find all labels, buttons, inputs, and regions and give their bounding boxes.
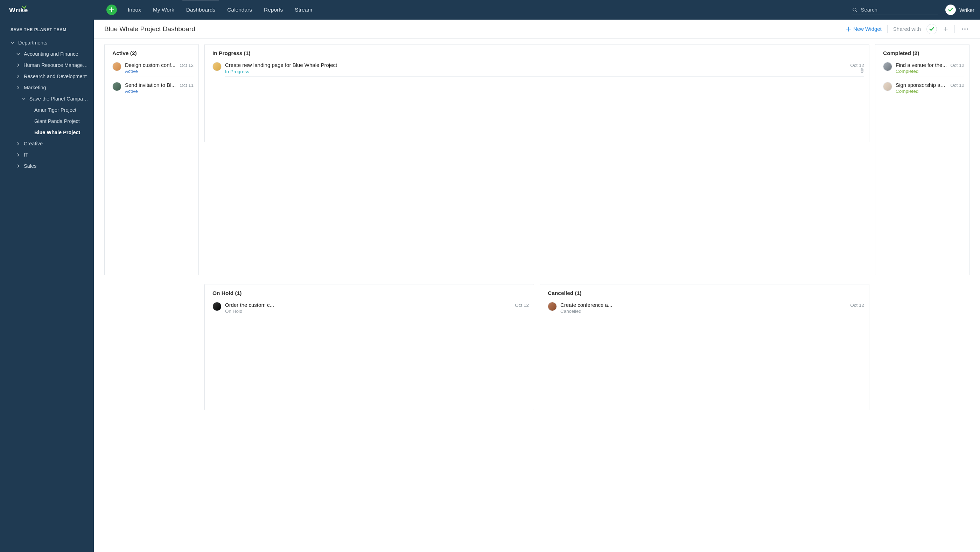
tree-label: IT — [24, 152, 29, 158]
widget-completed: Completed (2) Find a venue for the... Oc… — [875, 44, 969, 275]
new-widget-button[interactable]: New Widget — [846, 26, 881, 32]
nav-stream[interactable]: Stream — [294, 0, 313, 19]
task-row[interactable]: Create conference a... Oct 12 Cancelled — [540, 299, 869, 319]
nav-reports[interactable]: Reports — [263, 0, 284, 19]
tree-label: Marketing — [24, 85, 46, 90]
tree-rnd[interactable]: Research and Development — [0, 71, 94, 82]
task-status: Active — [125, 69, 194, 74]
add-button[interactable] — [107, 5, 117, 15]
team-name: SAVE THE PLANET TEAM — [0, 27, 94, 37]
assignee-avatar — [112, 62, 121, 71]
task-status: Cancelled — [560, 309, 864, 314]
task-row[interactable]: Create new landing page for Blue Whale P… — [205, 59, 869, 80]
task-title: Order the custom c... — [225, 302, 512, 308]
header-actions: New Widget Shared with — [846, 24, 969, 34]
widget-on-hold: On Hold (1) Order the custom c... Oct 12… — [204, 284, 534, 410]
search-icon — [852, 7, 857, 13]
user-menu[interactable]: Wriker — [945, 5, 974, 15]
chevron-right-icon — [16, 64, 20, 67]
nav-items: Inbox My Work Dashboards Calendars Repor… — [107, 0, 313, 19]
task-date: Oct 12 — [180, 63, 194, 68]
dashboard-board: Active (2) Design custom conf... Oct 12 … — [94, 38, 980, 552]
task-title: Create new landing page for Blue Whale P… — [225, 62, 847, 68]
tree-campaign[interactable]: Save the Planet Campaign — [0, 93, 94, 104]
share-add-button[interactable] — [943, 26, 949, 32]
sidebar: SAVE THE PLANET TEAM Departments Account… — [0, 20, 94, 552]
task-row[interactable]: Order the custom c... Oct 12 On Hold — [205, 299, 534, 319]
shared-avatar[interactable] — [926, 24, 937, 34]
tree-departments[interactable]: Departments — [0, 37, 94, 48]
chevron-right-icon — [16, 153, 20, 156]
tree-label: Giant Panda Project — [34, 118, 80, 124]
widget-cancelled: Cancelled (1) Create conference a... Oct… — [540, 284, 869, 410]
divider — [955, 25, 955, 33]
task-date: Oct 12 — [850, 63, 864, 68]
task-title: Sign sponsorship ag... — [896, 82, 947, 88]
nav-dashboards[interactable]: Dashboards — [185, 0, 216, 19]
attachment-icon — [860, 68, 864, 74]
tree-label: Amur Tiger Project — [34, 107, 76, 113]
assignee-avatar — [883, 82, 892, 91]
task-title: Create conference a... — [560, 302, 847, 308]
task-row[interactable]: Find a venue for the... Oct 12 Completed — [875, 59, 969, 79]
check-icon — [947, 6, 954, 13]
chevron-right-icon — [16, 142, 20, 145]
tree-label: Sales — [24, 163, 37, 169]
task-status: Completed — [896, 89, 964, 94]
more-menu-button[interactable] — [960, 27, 969, 31]
widget-title: Completed (2) — [875, 45, 969, 59]
tree-accounting[interactable]: Accounting and Finance — [0, 48, 94, 59]
tree-label: Save the Planet Campaign — [29, 96, 89, 102]
task-title: Design custom conf... — [125, 62, 177, 68]
tree-sales[interactable]: Sales — [0, 160, 94, 172]
task-date: Oct 12 — [950, 83, 964, 88]
assignee-avatar — [212, 302, 221, 311]
widget-title: Active (2) — [105, 45, 199, 59]
tree-marketing[interactable]: Marketing — [0, 82, 94, 93]
tree-label: Blue Whale Project — [34, 129, 80, 135]
tree-creative[interactable]: Creative — [0, 138, 94, 149]
plus-icon — [943, 27, 948, 32]
divider — [887, 25, 888, 33]
page-title: Blue Whale Project Dashboard — [104, 25, 195, 33]
tree-hr[interactable]: Human Resource Management — [0, 59, 94, 71]
search-box[interactable] — [851, 5, 939, 14]
task-date: Oct 11 — [180, 83, 194, 88]
shared-with-label: Shared with — [893, 26, 921, 32]
topbar-right: Wriker — [851, 5, 974, 15]
plus-icon — [846, 27, 851, 32]
brand-logo[interactable]: Wrike — [9, 5, 37, 15]
tree-label: Research and Development — [24, 73, 87, 79]
tree-label: Departments — [18, 40, 47, 46]
page-header: Blue Whale Project Dashboard New Widget … — [94, 20, 980, 38]
widget-title: In Progress (1) — [205, 45, 869, 59]
widget-title: Cancelled (1) — [540, 284, 869, 299]
tree-project-amur[interactable]: Amur Tiger Project — [0, 104, 94, 116]
tree-label: Human Resource Management — [24, 62, 89, 68]
nav-inbox[interactable]: Inbox — [127, 0, 142, 19]
assignee-avatar — [212, 62, 221, 71]
task-status: On Hold — [225, 309, 529, 314]
task-row[interactable]: Sign sponsorship ag... Oct 12 Completed — [875, 79, 969, 99]
plus-icon — [109, 7, 114, 12]
nav-my-work[interactable]: My Work — [152, 0, 175, 19]
chevron-down-icon — [22, 97, 26, 101]
wrike-logo-icon: Wrike — [9, 5, 37, 15]
assignee-avatar — [883, 62, 892, 71]
search-input[interactable] — [861, 6, 938, 13]
top-nav: Wrike Inbox My Work Dashboards Calendars… — [0, 0, 980, 20]
task-row[interactable]: Design custom conf... Oct 12 Active — [105, 59, 199, 79]
widget-in-progress: In Progress (1) Create new landing page … — [204, 44, 869, 142]
task-row[interactable]: Send invitation to Bl... Oct 11 Active — [105, 79, 199, 99]
tree-label: Accounting and Finance — [24, 51, 78, 57]
tree-project-bluewhale[interactable]: Blue Whale Project — [0, 127, 94, 138]
tree-it[interactable]: IT — [0, 149, 94, 160]
tree-project-panda[interactable]: Giant Panda Project — [0, 116, 94, 127]
widget-title: On Hold (1) — [205, 284, 534, 299]
widget-active: Active (2) Design custom conf... Oct 12 … — [104, 44, 199, 275]
content-area: Blue Whale Project Dashboard New Widget … — [94, 20, 980, 552]
assignee-avatar — [548, 302, 557, 311]
chevron-right-icon — [16, 86, 20, 89]
user-name: Wriker — [959, 7, 974, 13]
nav-calendars[interactable]: Calendars — [226, 0, 253, 19]
